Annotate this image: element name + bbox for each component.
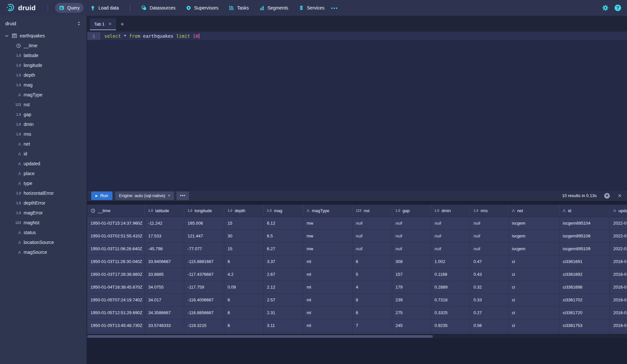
sidebar-column-gap[interactable]: 1.0gap [0,110,87,119]
column-header-longitude[interactable]: 1.0longitude [184,205,224,217]
sidebar-column-magerror[interactable]: 1.0magError [0,208,87,218]
cell-gap[interactable]: 245 [392,319,431,332]
sidebar-column-type[interactable]: Atype [0,178,87,188]
nav-item-datasources[interactable]: Datasources [137,3,179,13]
cell-rms[interactable]: null [470,217,509,230]
download-icon[interactable] [604,192,610,199]
cell-rms[interactable]: 0.43 [470,268,509,281]
cell-magtype[interactable]: mw [303,243,353,255]
nav-item-segments[interactable]: Segments [255,3,292,13]
cell-magtype[interactable]: ml [303,307,353,319]
cell-latitude[interactable]: -11.242 [145,217,184,230]
cell-dmin[interactable]: 0.9235 [431,319,470,332]
cell-gap[interactable]: null [392,217,431,230]
cell-id[interactable]: iscgem895106 [559,230,610,243]
cell-magtype[interactable]: ml [303,281,353,294]
cell-latitude[interactable]: -45.798 [145,243,184,255]
cell-latitude[interactable]: 33.9406667 [145,255,184,268]
cell-id[interactable]: ci3361753 [559,319,610,332]
cell-nst[interactable]: 4 [353,281,392,294]
cell-id[interactable]: ci3361720 [559,307,610,319]
cell-magtype[interactable]: ml [303,294,353,307]
cell-longitude[interactable]: -115.8881667 [184,255,224,268]
cell-depth[interactable]: 15 [224,243,264,255]
sidebar-column-depth[interactable]: 1.0depth [0,70,87,80]
cell-updated[interactable]: 2022-0 [610,243,627,255]
cell-latitude[interactable]: 34.3586667 [145,307,184,319]
sidebar-column-updated[interactable]: Aupdated [0,159,87,169]
cell-rms[interactable]: null [470,230,509,243]
cell--time[interactable]: 1950-01-03T11:26:30.040Z [87,255,145,268]
cell-depth[interactable]: 4.2 [224,268,264,281]
cell-id[interactable]: ci3361702 [559,294,610,307]
cell-net[interactable]: iscgem [509,243,559,255]
cell--time[interactable]: 1950-01-05T13:45:48.730Z [87,319,145,332]
cell-gap[interactable]: 157 [392,268,431,281]
sidebar-column-longitude[interactable]: 1.0longitude [0,60,87,70]
column-header-net[interactable]: Anet [509,205,559,217]
sidebar-column-deptherror[interactable]: 1.0depthError [0,198,87,208]
chevron-down-icon[interactable] [4,33,9,38]
column-header-magtype[interactable]: AmagType [303,205,353,217]
cell-nst[interactable]: null [353,217,392,230]
cell-magtype[interactable]: ml [303,268,353,281]
cell-id[interactable]: ci3361698 [559,281,610,294]
cell-dmin[interactable]: null [431,217,470,230]
cell-gap[interactable]: null [392,243,431,255]
cell--time[interactable]: 1950-01-03T17:26:38.860Z [87,268,145,281]
sidebar-column-rms[interactable]: 1.0rms [0,129,87,139]
column-header-gap[interactable]: 1.0gap [392,205,431,217]
cell-id[interactable]: iscgem895104 [559,217,610,230]
cell-rms[interactable]: 0.33 [470,294,509,307]
cell-mag[interactable]: 6.27 [264,243,303,255]
column-header-id[interactable]: Aid [559,205,610,217]
cell-dmin[interactable]: null [431,230,470,243]
cell-nst[interactable]: null [353,230,392,243]
cell-depth[interactable]: 0.09 [224,281,264,294]
tab-close-icon[interactable]: ✕ [109,22,112,26]
cell-updated[interactable]: 2022-0 [610,217,627,230]
cell--time[interactable]: 1950-01-05T07:24:19.740Z [87,294,145,307]
sidebar-column-nst[interactable]: 123nst [0,100,87,110]
settings-gear-icon[interactable] [602,5,609,11]
nav-overflow-button[interactable]: ••• [328,5,341,11]
column-header-nst[interactable]: 123nst [353,205,392,217]
cell-dmin[interactable]: 0.7318 [431,294,470,307]
sidebar-column-id[interactable]: Aid [0,149,87,159]
help-icon[interactable]: ? [615,5,621,11]
column-header-rms[interactable]: 1.0rms [470,205,509,217]
column-header--time[interactable]: __time [87,205,145,217]
cell-depth[interactable]: 6 [224,255,264,268]
cell-net[interactable]: ci [509,255,559,268]
cell-magtype[interactable]: mw [303,217,353,230]
sidebar-column-status[interactable]: Astatus [0,228,87,237]
cell-id[interactable]: ci3361692 [559,268,610,281]
cell-mag[interactable]: 3.11 [264,319,303,332]
cell-mag[interactable]: 2.57 [264,294,303,307]
cell-latitude[interactable]: 17.533 [145,230,184,243]
cell-magtype[interactable]: ml [303,255,353,268]
sidebar-column-magtype[interactable]: AmagType [0,90,87,100]
cell-dmin[interactable]: 0.3325 [431,307,470,319]
sidebar-column-mag[interactable]: 1.0mag [0,80,87,90]
more-options-button[interactable]: ••• [176,192,189,200]
cell-mag[interactable]: 3.37 [264,255,303,268]
cell-updated[interactable]: 2022-0 [610,230,627,243]
column-header-updated[interactable]: Aupdated [610,205,627,217]
cell-latitude[interactable]: 34.017 [145,294,184,307]
cell-rms[interactable]: 0.27 [470,307,509,319]
sidebar-column-magsource[interactable]: AmagSource [0,247,87,257]
cell-mag[interactable]: 2.12 [264,281,303,294]
sidebar-column-place[interactable]: Aplace [0,169,87,178]
nav-item-query[interactable]: Query [55,3,84,13]
column-header-latitude[interactable]: 1.0latitude [145,205,184,217]
sidebar-column-net[interactable]: Anet [0,139,87,149]
cell-updated[interactable]: 2016-0 [610,268,627,281]
cell-depth[interactable]: 6 [224,294,264,307]
cell-updated[interactable]: 2016-0 [610,294,627,307]
cell-mag[interactable]: 2.67 [264,268,303,281]
nav-item-tasks[interactable]: Tasks [225,3,253,13]
cell-rms[interactable]: null [470,243,509,255]
tab-1[interactable]: Tab 1 ✕ [90,18,116,30]
column-header-mag[interactable]: 1.0mag [264,205,303,217]
